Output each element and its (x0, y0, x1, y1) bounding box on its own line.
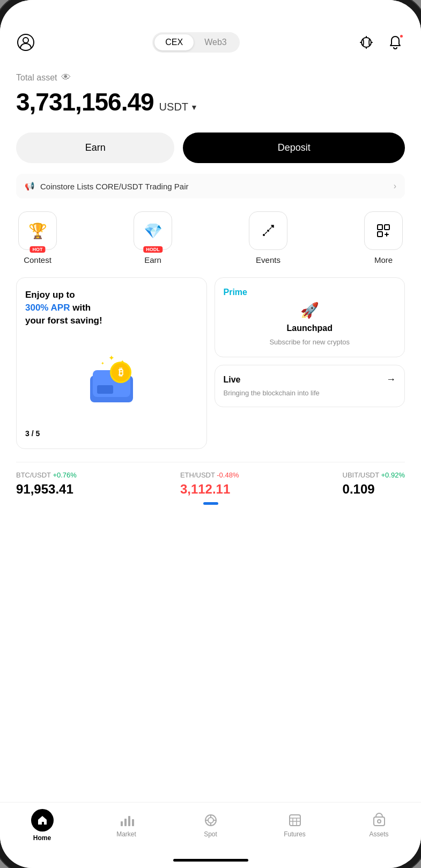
quick-actions: 🏆 HOT Contest 💎 HODL Earn (16, 211, 405, 264)
rocket-icon: 🚀 (300, 301, 319, 319)
quick-action-contest[interactable]: 🏆 HOT Contest (16, 211, 59, 264)
ticker-ubit[interactable]: UBIT/USDT +0.92% 0.109 (343, 470, 405, 497)
btc-price: 91,953.41 (16, 482, 77, 497)
svg-point-27 (208, 818, 213, 823)
svg-text:✦: ✦ (108, 354, 115, 362)
right-cards: Prime 🚀 Launchpad Subscribe for new cryp… (215, 277, 405, 449)
svg-rect-23 (124, 819, 127, 826)
cards-grid: Enjoy up to 300% APR with your forst sav… (16, 277, 405, 449)
deposit-button[interactable]: Deposit (183, 133, 405, 163)
live-title: Live (224, 375, 241, 385)
asset-currency: USDT ▼ (159, 101, 198, 113)
web3-tab[interactable]: Web3 (194, 34, 238, 50)
svg-text:₿: ₿ (118, 367, 123, 378)
total-asset-amount: 3,731,156.49 USDT ▼ (16, 87, 405, 116)
launchpad-title: Launchpad (287, 323, 333, 333)
svg-line-7 (269, 227, 271, 230)
svg-rect-9 (385, 225, 389, 230)
svg-rect-24 (128, 816, 130, 826)
market-icon (119, 813, 134, 828)
nav-spot[interactable]: Spot (192, 813, 230, 838)
events-label: Events (256, 255, 280, 264)
total-asset-section: Total asset 👁 3,731,156.49 USDT ▼ (16, 61, 405, 122)
futures-label: Futures (284, 830, 306, 838)
card-counter: 3 / 5 (25, 429, 198, 438)
top-nav: CEX Web3 (0, 27, 421, 61)
svg-rect-32 (290, 815, 300, 826)
launchpad-desc: Subscribe for new cryptos (269, 337, 350, 347)
nav-home[interactable]: Home (24, 809, 61, 842)
cex-tab[interactable]: CEX (154, 34, 194, 50)
ubit-price: 0.109 (343, 482, 405, 497)
svg-point-4 (267, 230, 269, 232)
announcement-icon: 📢 (25, 181, 35, 191)
wallet-illustration: ✦ ✦ ✦ ₿ (82, 354, 141, 405)
nav-futures[interactable]: Futures (276, 813, 314, 838)
savings-card[interactable]: Enjoy up to 300% APR with your forst sav… (16, 277, 207, 449)
ubit-pair: UBIT/USDT (343, 471, 381, 479)
eth-price: 3,112.11 (180, 482, 239, 497)
events-icon (260, 222, 277, 239)
nav-assets[interactable]: Assets (360, 813, 398, 838)
btc-pair: BTC/USDT (16, 471, 53, 479)
svg-text:✦: ✦ (100, 361, 104, 366)
announcement-bar[interactable]: 📢 Coinstore Lists CORE/USDT Trading Pair… (16, 174, 405, 198)
svg-point-38 (378, 820, 381, 823)
currency-dropdown-icon[interactable]: ▼ (190, 103, 198, 112)
hot-badge: HOT (30, 246, 46, 253)
bottom-nav: Home Market Spot (0, 802, 421, 855)
svg-rect-18 (97, 385, 113, 394)
notifications-button[interactable] (386, 33, 405, 52)
earn-button[interactable]: Earn (16, 133, 174, 163)
svg-rect-8 (378, 225, 382, 230)
svg-line-6 (265, 232, 267, 234)
support-button[interactable] (357, 33, 376, 52)
ticker-section: BTC/USDT +0.76% 91,953.41 ETH/USDT -0.48… (16, 462, 405, 512)
home-indicator (173, 859, 248, 862)
quick-action-more[interactable]: More (362, 211, 405, 264)
svg-point-2 (361, 38, 371, 47)
main-content: Total asset 👁 3,731,156.49 USDT ▼ Earn D… (0, 61, 421, 802)
home-icon (31, 809, 54, 832)
svg-rect-22 (121, 821, 123, 826)
savings-card-text: Enjoy up to 300% APR with your forst sav… (25, 289, 198, 327)
nav-market[interactable]: Market (108, 813, 145, 838)
ubit-change: +0.92% (381, 471, 405, 479)
asset-value: 3,731,156.49 (16, 87, 154, 116)
prime-label: Prime (224, 288, 247, 297)
status-bar (0, 0, 421, 27)
nav-icons (357, 33, 405, 52)
ticker-eth[interactable]: ETH/USDT -0.48% 3,112.11 (180, 470, 239, 497)
earn-quick-icon: 💎 (144, 222, 163, 240)
assets-icon (372, 813, 387, 828)
launchpad-card[interactable]: Prime 🚀 Launchpad Subscribe for new cryp… (215, 277, 405, 357)
eth-change: -0.48% (217, 471, 239, 479)
live-description: Bringing the blockchain into life (224, 388, 396, 398)
earn-quick-label: Earn (144, 255, 161, 264)
phone-frame: CEX Web3 Total (0, 0, 421, 868)
scroll-indicator (16, 502, 405, 505)
cex-web3-toggle: CEX Web3 (152, 32, 239, 53)
btc-change: +0.76% (53, 471, 76, 479)
profile-button[interactable] (16, 33, 35, 52)
announcement-text: Coinstore Lists CORE/USDT Trading Pair (40, 182, 188, 191)
spot-label: Spot (204, 830, 217, 838)
svg-rect-10 (378, 232, 382, 237)
quick-action-events[interactable]: Events (247, 211, 290, 264)
svg-point-1 (23, 38, 28, 43)
futures-icon (287, 813, 302, 828)
live-card[interactable]: Live → Bringing the blockchain into life (215, 365, 405, 407)
svg-rect-37 (374, 817, 385, 826)
svg-rect-25 (132, 819, 134, 826)
quick-action-earn[interactable]: 💎 HODL Earn (131, 211, 174, 264)
hodl-badge: HODL (143, 246, 163, 253)
contest-icon: 🏆 (28, 222, 47, 240)
spot-icon (203, 813, 218, 828)
ticker-btc[interactable]: BTC/USDT +0.76% 91,953.41 (16, 470, 77, 497)
visibility-icon[interactable]: 👁 (61, 72, 71, 83)
contest-label: Contest (24, 255, 51, 264)
svg-point-3 (263, 234, 265, 236)
scroll-dot (203, 502, 218, 505)
ticker-row: BTC/USDT +0.76% 91,953.41 ETH/USDT -0.48… (16, 470, 405, 497)
apr-highlight: 300% APR (25, 303, 70, 313)
